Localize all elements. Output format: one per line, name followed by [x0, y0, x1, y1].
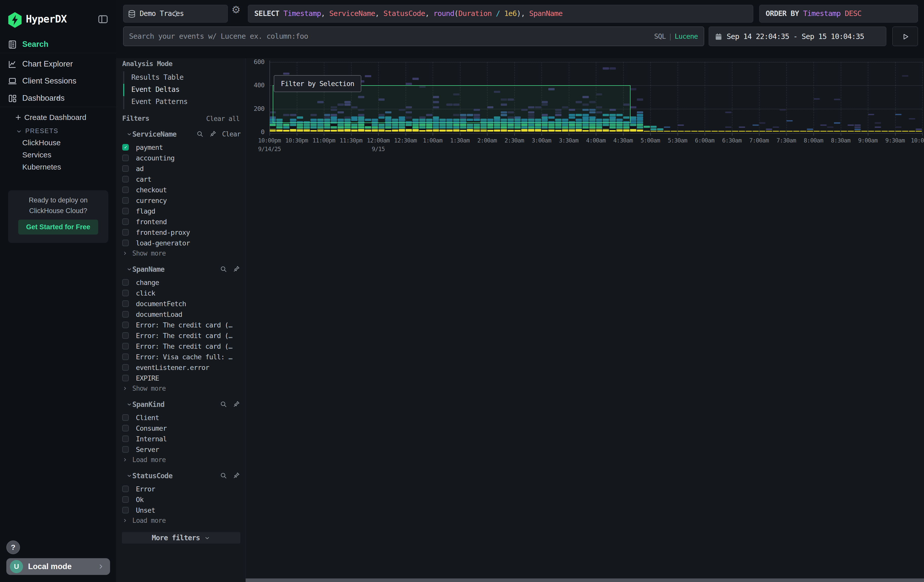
checkbox[interactable] [122, 414, 129, 421]
checkbox[interactable] [122, 300, 129, 307]
chevron-down-icon[interactable] [126, 266, 132, 272]
chevron-down-icon[interactable] [126, 401, 132, 407]
filter-option-cart[interactable]: cart [116, 174, 246, 185]
filter-option-internal[interactable]: Internal [116, 434, 246, 444]
filter-option-checkout[interactable]: checkout [116, 185, 246, 195]
source-select[interactable]: Demo Traces [123, 5, 228, 23]
analysis-mode-option-results-table[interactable]: Results Table [131, 71, 240, 84]
checkbox[interactable] [122, 186, 129, 193]
checkbox[interactable] [122, 311, 129, 318]
checkbox[interactable] [122, 322, 129, 328]
user-menu[interactable]: U Local mode [6, 558, 110, 575]
checkbox[interactable] [122, 240, 129, 246]
checkbox[interactable] [122, 155, 129, 161]
pin-icon[interactable] [210, 130, 217, 138]
checkbox[interactable] [122, 446, 129, 453]
language-toggle[interactable]: SQL|Lucene [654, 32, 698, 40]
filter-group-clear-button[interactable]: Clear [222, 130, 241, 138]
sidebar-item-search[interactable]: Search [0, 36, 116, 53]
filter-group-more-button[interactable]: Show more [116, 248, 246, 258]
checkbox[interactable] [122, 165, 129, 172]
pin-icon[interactable] [233, 265, 241, 273]
filter-option-eventlistener-error[interactable]: eventListener.error [116, 362, 246, 373]
date-range-picker[interactable]: Sep 14 22:04:35 - Sep 15 10:04:35 [709, 26, 886, 46]
filter-option-change[interactable]: change [116, 277, 246, 288]
filter-group-more-button[interactable]: Show more [116, 383, 246, 394]
filter-option-error-the-credit-card-[interactable]: Error: The credit card (… [116, 341, 246, 351]
filter-option-frontend-proxy[interactable]: frontend-proxy [116, 227, 246, 237]
presets-toggle[interactable]: PRESETS [0, 125, 116, 137]
help-button[interactable]: ? [6, 541, 20, 554]
filter-option-currency[interactable]: currency [116, 195, 246, 206]
checkbox[interactable]: ✓ [122, 144, 129, 150]
search-icon[interactable] [220, 401, 228, 408]
more-filters-button[interactable]: More filters [122, 532, 240, 544]
sidebar-item-chart-explorer[interactable]: Chart Explorer [0, 56, 116, 72]
create-dashboard-button[interactable]: Create Dashboard [0, 110, 116, 125]
checkbox[interactable] [122, 507, 129, 513]
checkbox[interactable] [122, 290, 129, 296]
sql-mode-label[interactable]: SQL [654, 32, 666, 40]
filter-option-error[interactable]: Error [116, 483, 246, 494]
pin-icon[interactable] [233, 401, 241, 408]
checkbox[interactable] [122, 486, 129, 492]
filter-option-consumer[interactable]: Consumer [116, 423, 246, 434]
filter-option-flagd[interactable]: flagd [116, 206, 246, 216]
filter-option-error-visa-cache-full-[interactable]: Error: Visa cache full: … [116, 351, 246, 362]
analysis-mode-option-event-deltas[interactable]: Event Deltas [131, 84, 240, 96]
sidebar-item-dashboards[interactable]: Dashboards [0, 90, 116, 106]
checkbox[interactable] [122, 229, 129, 236]
filter-option-ad[interactable]: ad [116, 163, 246, 174]
sql-select-input[interactable]: SELECT Timestamp, ServiceName, StatusCod… [248, 5, 753, 23]
lucene-mode-label[interactable]: Lucene [675, 32, 698, 40]
filter-option-error-the-credit-card-[interactable]: Error: The credit card (… [116, 330, 246, 341]
filter-option-accounting[interactable]: accounting [116, 153, 246, 163]
run-query-button[interactable] [893, 26, 918, 46]
sidebar-item-client-sessions[interactable]: Client Sessions [0, 73, 116, 89]
filter-option-load-generator[interactable]: load-generator [116, 237, 246, 248]
gear-icon[interactable]: ⚙ [231, 4, 242, 15]
checkbox[interactable] [122, 364, 129, 371]
filter-option-documentload[interactable]: documentLoad [116, 309, 246, 320]
filter-option-server[interactable]: Server [116, 444, 246, 455]
filter-by-selection-button[interactable]: Filter by Selection [274, 75, 361, 92]
chevron-down-icon[interactable] [126, 473, 132, 479]
search-input[interactable] [129, 28, 610, 44]
checkbox[interactable] [122, 425, 129, 432]
filter-option-client[interactable]: Client [116, 412, 246, 423]
sidebar-preset-kubernetes[interactable]: Kubernetes [22, 161, 108, 173]
checkbox[interactable] [122, 343, 129, 350]
search-icon[interactable] [220, 472, 228, 480]
checkbox[interactable] [122, 496, 129, 503]
filter-option-unset[interactable]: Unset [116, 505, 246, 516]
filter-option-expire[interactable]: EXPIRE [116, 373, 246, 383]
search-icon[interactable] [220, 265, 228, 273]
search-input-box[interactable]: SQL|Lucene [123, 26, 704, 46]
search-icon[interactable] [196, 130, 204, 138]
filter-option-ok[interactable]: Ok [116, 494, 246, 505]
filter-option-error-the-credit-card-[interactable]: Error: The credit card (… [116, 320, 246, 330]
filter-group-more-button[interactable]: Load more [116, 455, 246, 465]
checkbox[interactable] [122, 332, 129, 339]
order-by-input[interactable]: ORDER BY Timestamp DESC [759, 5, 918, 23]
horizontal-scrollbar[interactable] [246, 579, 924, 582]
filter-group-more-button[interactable]: Load more [116, 516, 246, 526]
checkbox[interactable] [122, 208, 129, 214]
sidebar-preset-clickhouse[interactable]: ClickHouse [22, 137, 108, 149]
checkbox[interactable] [122, 176, 129, 183]
chevron-down-icon[interactable] [126, 131, 132, 137]
sidebar-collapse-icon[interactable] [97, 14, 109, 25]
checkbox[interactable] [122, 279, 129, 286]
get-started-button[interactable]: Get Started for Free [18, 220, 98, 234]
chart-area[interactable]: 020040060010:00pm10:30pm11:00pm11:30pm12… [246, 58, 924, 582]
checkbox[interactable] [122, 353, 129, 360]
filter-option-frontend[interactable]: frontend [116, 216, 246, 227]
filter-option-documentfetch[interactable]: documentFetch [116, 298, 246, 309]
clear-all-button[interactable]: Clear all [206, 115, 239, 122]
checkbox[interactable] [122, 218, 129, 225]
checkbox[interactable] [122, 435, 129, 442]
filter-option-click[interactable]: click [116, 288, 246, 298]
checkbox[interactable] [122, 375, 129, 381]
checkbox[interactable] [122, 197, 129, 204]
pin-icon[interactable] [233, 472, 241, 480]
